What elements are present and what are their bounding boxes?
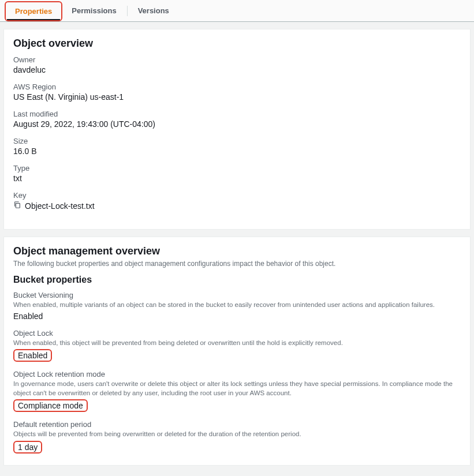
field-last-modified: Last modified August 29, 2022, 19:43:00 … — [13, 110, 461, 129]
field-size: Size 16.0 B — [13, 137, 461, 156]
bucket-versioning-label: Bucket Versioning — [13, 291, 461, 299]
object-lock-label: Object Lock — [13, 329, 461, 338]
bucket-versioning-desc: When enabled, multiple variants of an ob… — [13, 301, 461, 310]
object-lock-value-highlight: Enabled — [13, 349, 52, 362]
region-label: AWS Region — [13, 83, 461, 91]
field-object-lock: Object Lock When enabled, this object wi… — [13, 329, 461, 362]
object-overview-title: Object overview — [13, 38, 461, 50]
retention-period-desc: Objects will be prevented from being ove… — [13, 430, 461, 439]
key-value: Object-Lock-test.txt — [25, 201, 95, 211]
key-label: Key — [13, 191, 461, 200]
type-value: txt — [13, 174, 461, 183]
field-retention-period: Default retention period Objects will be… — [13, 420, 461, 453]
svg-rect-0 — [16, 203, 20, 208]
field-retention-mode: Object Lock retention mode In governance… — [13, 370, 461, 412]
last-modified-label: Last modified — [13, 110, 461, 118]
last-modified-value: August 29, 2022, 19:43:00 (UTC-04:00) — [13, 119, 461, 129]
size-value: 16.0 B — [13, 147, 461, 156]
object-lock-desc: When enabled, this object will be preven… — [13, 339, 461, 348]
size-label: Size — [13, 137, 461, 145]
retention-mode-value: Compliance mode — [18, 401, 83, 410]
retention-mode-label: Object Lock retention mode — [13, 370, 461, 378]
bucket-properties-title: Bucket properties — [13, 275, 461, 285]
tab-versions[interactable]: Versions — [130, 2, 177, 20]
field-bucket-versioning: Bucket Versioning When enabled, multiple… — [13, 291, 461, 321]
type-label: Type — [13, 164, 461, 173]
tab-properties-highlight: Properties — [5, 1, 62, 21]
tab-permissions[interactable]: Permissions — [64, 2, 124, 20]
copy-icon[interactable] — [13, 201, 21, 211]
field-region: AWS Region US East (N. Virginia) us-east… — [13, 83, 461, 102]
tab-bar: Properties Permissions Versions — [0, 0, 474, 22]
object-management-title: Object management overview — [13, 245, 461, 257]
object-lock-value: Enabled — [18, 351, 47, 360]
tab-properties[interactable]: Properties — [7, 2, 60, 20]
owner-value: davdeluc — [13, 65, 461, 74]
field-key: Key Object-Lock-test.txt — [13, 191, 461, 211]
field-type: Type txt — [13, 164, 461, 183]
retention-mode-value-highlight: Compliance mode — [13, 399, 88, 412]
tab-separator — [127, 6, 128, 16]
retention-period-value-highlight: 1 day — [13, 441, 42, 453]
retention-period-value: 1 day — [18, 443, 38, 452]
owner-label: Owner — [13, 55, 461, 64]
field-owner: Owner davdeluc — [13, 55, 461, 74]
retention-period-label: Default retention period — [13, 420, 461, 429]
object-management-panel: Object management overview The following… — [3, 237, 471, 466]
region-value: US East (N. Virginia) us-east-1 — [13, 92, 461, 102]
object-management-subhead: The following bucket properties and obje… — [13, 260, 461, 268]
retention-mode-desc: In governance mode, users can't overwrit… — [13, 380, 461, 398]
object-overview-panel: Object overview Owner davdeluc AWS Regio… — [3, 29, 471, 230]
bucket-versioning-value: Enabled — [13, 312, 461, 321]
